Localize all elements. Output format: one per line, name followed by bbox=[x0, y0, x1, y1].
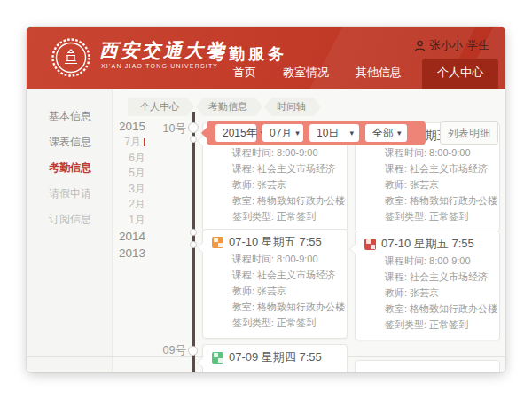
timeline-scale-item[interactable]: 2014 bbox=[71, 228, 145, 245]
nav-item[interactable]: 教室情况 bbox=[270, 65, 342, 89]
status-badge-icon bbox=[212, 237, 223, 248]
attendance-card[interactable] bbox=[355, 360, 500, 372]
chevron-down-icon: ▾ bbox=[397, 129, 402, 137]
timeline-node bbox=[188, 346, 198, 356]
university-name-cn: 西安交通大学 bbox=[99, 38, 227, 63]
attendance-card[interactable]: 07-10 星期五 7:55 课程时间: 8:00-9:00 课程: 社会主义市… bbox=[355, 231, 500, 340]
day-marker-top: 10号 bbox=[140, 121, 186, 137]
timeline-scale-item[interactable]: 2月 bbox=[71, 197, 145, 213]
filter-dropdown-value: 07月 bbox=[270, 126, 292, 141]
timeline-scale-item[interactable]: 1月 bbox=[71, 213, 145, 229]
timeline-scale-item[interactable]: 6月 bbox=[71, 151, 145, 167]
timeline-scale-item[interactable]: 5月 bbox=[71, 166, 145, 182]
card-header bbox=[364, 366, 490, 372]
filter-dropdown[interactable]: 全部 ▾ bbox=[365, 124, 407, 142]
card-date: 07-10 星期五 7:55 bbox=[381, 236, 474, 252]
attendance-card[interactable]: 07-10 星期五 7:55 课程时间: 8:00-9:00 课程: 社会主义市… bbox=[202, 229, 348, 339]
status-badge-icon bbox=[364, 239, 376, 250]
card-field: 课程时间: 8:00-9:00 bbox=[385, 145, 490, 160]
card-field: 课程时间: 8:00-9:00 bbox=[232, 145, 338, 160]
timeline-scale-item[interactable]: 7月 bbox=[71, 135, 145, 151]
card-body: 课程时间: 8:00-9:00 课程: 社会主义市场经济 教师: 张芸京 教室:… bbox=[212, 251, 338, 331]
card-field: 教室: 格物致知行政办公楼 bbox=[232, 192, 338, 208]
filter-dropdown-value: 2015年 bbox=[223, 126, 257, 141]
card-field: 课程: 社会主义市场经济 bbox=[232, 267, 338, 283]
card-field: 课程: 社会主义市场经济 bbox=[385, 269, 490, 285]
timeline-node bbox=[190, 136, 197, 143]
content-area: 基本信息 课表信息 考勤信息 请假申请 订阅信息 个人中心 考勤信息 时间轴 bbox=[27, 89, 505, 372]
nav-item[interactable]: 首页 bbox=[220, 65, 270, 89]
filter-dropdown[interactable]: 07月 ▾ bbox=[262, 124, 303, 142]
user-account[interactable]: 张小小 学生 bbox=[414, 38, 490, 53]
card-field: 教室: 格物致知行政办公楼 bbox=[385, 192, 490, 208]
card-field: 教师: 张芸京 bbox=[385, 285, 490, 301]
card-field: 课程: 社会主义市场经济 bbox=[385, 160, 490, 176]
filter-dropdown-value: 10日 bbox=[317, 126, 339, 141]
card-header: 07-09 星期四 7:55 bbox=[212, 350, 338, 364]
timeline-scale-item[interactable]: 2015 bbox=[71, 118, 145, 135]
card-field: 课程时间: 8:00-9:00 bbox=[385, 253, 490, 269]
user-role: 学生 bbox=[467, 38, 489, 53]
card-header: 07-10 星期五 7:55 bbox=[364, 237, 490, 251]
card-field: 教师: 张芸京 bbox=[385, 176, 490, 192]
card-field: 签到类型: 正常签到 bbox=[232, 315, 338, 331]
card-field: 教师: 张芸京 bbox=[232, 176, 338, 192]
card-header: 07-10 星期五 7:55 bbox=[212, 235, 338, 249]
breadcrumb-item[interactable]: 个人中心 bbox=[128, 98, 194, 116]
main-nav: 首页 教室情况 其他信息 个人中心 bbox=[220, 59, 498, 89]
status-badge-icon bbox=[212, 352, 223, 364]
chevron-down-icon: ▾ bbox=[295, 129, 300, 137]
nav-item[interactable]: 其他信息 bbox=[342, 65, 415, 89]
chevron-down-icon: ▾ bbox=[349, 129, 354, 137]
breadcrumb: 个人中心 考勤信息 时间轴 bbox=[128, 98, 323, 116]
card-field: 签到类型: 正常签到 bbox=[385, 317, 490, 332]
card-field: 课程时间: 8:00-9:00 bbox=[232, 251, 338, 267]
filter-dropdown[interactable]: 2015年 ▾ bbox=[215, 124, 256, 142]
timeline-scale-item[interactable]: 3月 bbox=[71, 182, 145, 198]
list-detail-button[interactable]: 列表明细 bbox=[440, 121, 498, 145]
timeline-scale: 2015 7月 6月 5月 3月 2月 1月 2014 2013 bbox=[71, 118, 145, 262]
timeline-node bbox=[190, 229, 197, 236]
filter-bar: 2015年 ▾ 07月 ▾ 10日 ▾ 全部 ▾ bbox=[207, 121, 426, 145]
university-logo-icon bbox=[51, 37, 91, 78]
filter-dropdown-value: 全部 bbox=[372, 126, 394, 141]
card-date: 07-10 星期五 7:55 bbox=[229, 234, 322, 250]
card-date: 07-09 星期四 7:55 bbox=[229, 349, 322, 365]
university-name-en: XI'AN JIAO TONG UNIVERSITY bbox=[101, 63, 218, 69]
breadcrumb-item[interactable]: 时间轴 bbox=[264, 98, 321, 116]
timeline-scale-item[interactable]: 2013 bbox=[71, 245, 145, 262]
day-marker-bottom: 09号 bbox=[140, 343, 186, 358]
timeline-node bbox=[188, 122, 199, 133]
header-banner: 西安交通大学 XI'AN JIAO TONG UNIVERSITY 考勤服务 张… bbox=[27, 27, 505, 89]
card-body: 课程时间: 8:00-9:00 课程: 社会主义市场经济 教师: 张芸京 教室:… bbox=[364, 145, 490, 224]
nav-item[interactable]: 个人中心 bbox=[422, 59, 498, 89]
app-window: 西安交通大学 XI'AN JIAO TONG UNIVERSITY 考勤服务 张… bbox=[27, 27, 505, 372]
card-field: 签到类型: 正常签到 bbox=[232, 208, 338, 224]
user-name: 张小小 bbox=[430, 38, 464, 53]
card-field: 课程: 社会主义市场经济 bbox=[232, 160, 338, 176]
card-field: 教室: 格物致知行政办公楼 bbox=[232, 299, 338, 315]
filter-dropdown[interactable]: 10日 ▾ bbox=[309, 124, 359, 142]
card-field: 签到类型: 正常签到 bbox=[385, 208, 490, 224]
breadcrumb-item[interactable]: 考勤信息 bbox=[196, 98, 262, 116]
card-body: 课程时间: 8:00-9:00 课程: 社会主义市场经济 教师: 张芸京 教室:… bbox=[364, 253, 490, 332]
card-body: 课程时间: 8:00-9:00 课程: 社会主义市场经济 教师: 张芸京 教室:… bbox=[212, 145, 338, 224]
attendance-card[interactable]: 07-09 星期四 7:55 bbox=[202, 344, 348, 372]
card-field: 教室: 格物致知行政办公楼 bbox=[385, 301, 490, 317]
user-icon bbox=[414, 40, 426, 52]
timeline-node bbox=[190, 241, 197, 248]
card-field: 教师: 张芸京 bbox=[232, 283, 338, 299]
